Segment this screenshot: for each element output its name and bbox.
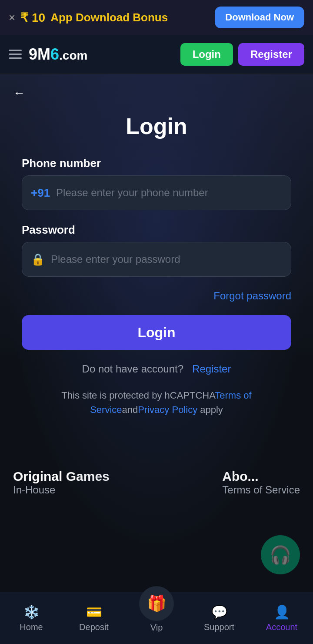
top-banner: × ₹ 10 App Download Bonus Download Now	[0, 0, 313, 35]
bottom-preview: Original Games In-House Abo... Terms of …	[0, 434, 313, 496]
vip-icon-circle: 🎁	[139, 586, 174, 621]
support-fab-button[interactable]: 🎧	[261, 535, 300, 574]
support-label: Support	[204, 622, 234, 632]
bonus-text: App Download Bonus	[50, 11, 210, 24]
home-icon: ❄️	[23, 604, 40, 620]
captcha-text: This site is protected by hCAPTCHA	[61, 390, 215, 401]
account-icon: 👤	[274, 604, 290, 620]
password-label: Password	[22, 223, 291, 237]
back-button[interactable]: ←	[0, 74, 38, 104]
login-title: Login	[22, 113, 291, 139]
register-link[interactable]: Register	[192, 363, 231, 375]
register-button[interactable]: Register	[238, 43, 304, 66]
no-account-text: Do not have account?	[82, 363, 184, 375]
phone-input-group: +91	[22, 175, 291, 210]
phone-input[interactable]	[56, 187, 282, 199]
download-now-button[interactable]: Download Now	[215, 7, 304, 28]
about-title: Abo...	[222, 469, 300, 484]
deposit-icon: 💳	[86, 604, 102, 620]
nav-vip[interactable]: 🎁 Vip	[125, 592, 188, 644]
login-submit-button[interactable]: Login	[22, 315, 291, 350]
account-label: Account	[266, 622, 297, 632]
bottom-nav: ❄️ Home 💳 Deposit 🎁 Vip 💬 Support 👤 Acco…	[0, 592, 313, 644]
forgot-password-section: Forgot password	[22, 290, 291, 302]
main-content: ← Login Phone number +91 Password 🔒 Forg…	[0, 74, 313, 553]
login-container: Login Phone number +91 Password 🔒 Forgot…	[0, 104, 313, 434]
login-button[interactable]: Login	[180, 43, 233, 66]
forgot-password-link[interactable]: Forgot password	[213, 290, 291, 302]
captcha-notice: This site is protected by hCAPTCHATerms …	[22, 388, 291, 417]
no-account-section: Do not have account? Register	[22, 363, 291, 375]
in-house-text: In-House	[13, 484, 110, 496]
header: 9M6.com Login Register	[0, 35, 313, 74]
nav-home[interactable]: ❄️ Home	[0, 592, 63, 644]
logo: 9M6.com	[29, 45, 180, 64]
privacy-link[interactable]: Privacy Policy	[138, 404, 197, 415]
terms-text: Terms of Service	[222, 484, 300, 496]
support-icon: 💬	[211, 604, 227, 620]
nav-account[interactable]: 👤 Account	[250, 592, 313, 644]
vip-label: Vip	[139, 623, 174, 633]
password-input[interactable]	[51, 253, 282, 265]
nav-support[interactable]: 💬 Support	[188, 592, 250, 644]
deposit-label: Deposit	[79, 622, 109, 632]
home-label: Home	[20, 622, 43, 632]
gift-icon: 🎁	[147, 594, 166, 613]
headset-icon: 🎧	[270, 545, 291, 565]
close-banner-button[interactable]: ×	[9, 11, 15, 24]
phone-label: Phone number	[22, 157, 291, 170]
and-text: and	[122, 404, 138, 415]
bonus-amount: ₹ 10	[20, 10, 45, 25]
menu-icon[interactable]	[9, 47, 22, 61]
lock-icon: 🔒	[31, 253, 45, 266]
apply-text: apply	[197, 404, 223, 415]
phone-prefix: +91	[31, 186, 50, 200]
nav-deposit[interactable]: 💳 Deposit	[63, 592, 125, 644]
password-input-group: 🔒	[22, 242, 291, 277]
vip-circle: 🎁 Vip	[139, 586, 174, 633]
original-games-title: Original Games	[13, 469, 110, 484]
header-buttons: Login Register	[180, 43, 304, 66]
